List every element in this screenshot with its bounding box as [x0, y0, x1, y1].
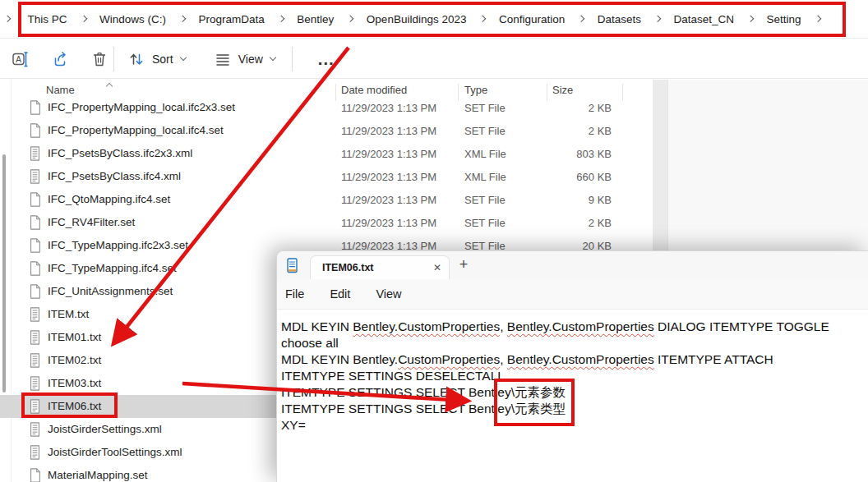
column-header-size[interactable]: Size: [552, 84, 573, 96]
file-name: MaterialMapping.set: [48, 469, 148, 481]
file-icon: [29, 399, 41, 414]
breadcrumb-item[interactable]: Dataset_CN: [666, 8, 743, 30]
rename-icon: A: [12, 50, 30, 68]
notepad-tab-bar: ITEM06.txt ✕ +: [277, 251, 868, 279]
file-icon: [29, 445, 41, 460]
notepad-menu-item[interactable]: View: [376, 287, 401, 301]
file-type: SET File: [464, 217, 506, 229]
notepad-text-line: MDL KEYIN Bentley.CustomProperties, Bent…: [281, 319, 861, 335]
breadcrumb-item[interactable]: ProgramData: [191, 8, 273, 30]
breadcrumb-items: This PC Windows (C:) ProgramData Bentley…: [20, 8, 826, 30]
file-name: ITEM01.txt: [48, 331, 101, 343]
file-name: IFC_PsetsByClass.ifc4.xml: [48, 170, 181, 182]
list-view-icon: [214, 50, 232, 68]
notepad-text-line: ITEMTYPE SETTINGS SELECT Bentley\元素参数: [281, 384, 861, 401]
file-size: 2 KB: [589, 217, 612, 229]
file-size: 9 KB: [589, 194, 612, 206]
file-date: 11/29/2023 1:13 PM: [341, 125, 436, 137]
column-header-date[interactable]: Date modified: [341, 84, 407, 96]
file-size: 660 KB: [576, 171, 612, 183]
file-icon: [29, 468, 41, 482]
file-name: IFC_PsetsByClass.ifc2x3.xml: [48, 147, 192, 159]
chevron-right-icon[interactable]: [814, 16, 820, 22]
notepad-menu-item[interactable]: Edit: [330, 287, 350, 301]
file-row[interactable]: IFC_QtoMapping.ifc4.set 11/29/2023 1:13 …: [0, 188, 653, 211]
file-row[interactable]: IFC_PropertyMapping_local.ifc4.set 11/29…: [0, 119, 653, 142]
file-icon: [29, 353, 41, 368]
share-button[interactable]: [51, 50, 69, 68]
column-header-name[interactable]: Name: [46, 84, 75, 96]
file-size: 2 KB: [589, 125, 612, 137]
file-type: SET File: [464, 194, 506, 206]
file-date: 11/29/2023 1:13 PM: [341, 148, 436, 160]
notepad-menu-item[interactable]: File: [285, 287, 304, 301]
file-icon: [29, 422, 41, 437]
breadcrumb-item[interactable]: OpenBuildings 2023: [358, 8, 475, 30]
file-name: ITEM03.txt: [48, 377, 101, 389]
file-name: IFC_PropertyMapping_local.ifc2x3.set: [48, 101, 235, 113]
breadcrumb-item[interactable]: Setting: [759, 8, 810, 30]
file-name: IFC_RV4Filter.set: [48, 216, 135, 228]
file-icon: [29, 238, 41, 253]
file-row[interactable]: IFC_PropertyMapping_local.ifc2x3.set 11/…: [0, 96, 653, 119]
file-size: 803 KB: [576, 148, 612, 160]
more-options-button[interactable]: …: [317, 55, 335, 63]
file-type: SET File: [464, 102, 506, 114]
file-icon: [29, 146, 41, 161]
chevron-right-icon[interactable]: [278, 16, 284, 22]
breadcrumb-item[interactable]: Configuration: [491, 8, 573, 30]
chevron-down-icon: [179, 53, 186, 60]
notepad-text-line: ITEMTYPE SETTINGS DESELECTALL: [281, 368, 861, 384]
file-name: IFC_QtoMapping.ifc4.set: [48, 193, 170, 205]
notepad-menu-bar: File Edit View: [277, 279, 868, 310]
file-icon: [29, 123, 41, 138]
breadcrumb: This PC Windows (C:) ProgramData Bentley…: [0, 0, 868, 39]
breadcrumb-item[interactable]: This PC: [20, 8, 76, 30]
chevron-right-icon[interactable]: [479, 16, 486, 22]
notepad-icon: [287, 258, 298, 273]
file-name: ITEM06.txt: [48, 400, 101, 412]
file-row[interactable]: IFC_RV4Filter.set 11/29/2023 1:13 PM SET…: [0, 211, 653, 234]
chevron-right-icon[interactable]: [578, 16, 584, 22]
sort-arrows-icon: [127, 50, 145, 68]
breadcrumb-item[interactable]: Windows (C:): [91, 8, 174, 30]
file-icon: [29, 100, 41, 115]
file-type: XML File: [464, 171, 506, 183]
notepad-text-line: MDL KEYIN Bentley.CustomProperties, Bent…: [281, 351, 861, 368]
chevron-right-icon[interactable]: [80, 16, 86, 22]
breadcrumb-item[interactable]: Bentley: [289, 8, 342, 30]
close-tab-icon[interactable]: ✕: [433, 262, 441, 273]
column-header-type[interactable]: Type: [464, 84, 487, 96]
rename-button[interactable]: A: [12, 50, 30, 68]
file-row[interactable]: IFC_PsetsByClass.ifc2x3.xml 11/29/2023 1…: [0, 142, 653, 165]
delete-button[interactable]: [90, 50, 108, 68]
breadcrumb-leading-chevron-icon[interactable]: [4, 16, 11, 22]
toolbar-divider: [292, 47, 293, 71]
chevron-right-icon[interactable]: [179, 16, 186, 22]
breadcrumb-item[interactable]: Datasets: [589, 8, 649, 30]
file-date: 11/29/2023 1:13 PM: [341, 194, 436, 206]
file-name: ITEM02.txt: [48, 354, 101, 366]
notepad-window: ITEM06.txt ✕ + File Edit View MDL KEYIN …: [276, 250, 868, 482]
file-icon: [29, 330, 41, 345]
sort-ascending-icon: [106, 83, 113, 90]
chevron-right-icon[interactable]: [654, 16, 661, 22]
file-type: XML File: [464, 148, 506, 160]
file-row[interactable]: IFC_PsetsByClass.ifc4.xml 11/29/2023 1:1…: [0, 165, 653, 188]
notepad-tab[interactable]: ITEM06.txt ✕: [310, 255, 450, 279]
view-label: View: [238, 53, 263, 66]
view-button[interactable]: View: [214, 50, 275, 68]
chevron-right-icon[interactable]: [347, 16, 353, 22]
chevron-right-icon[interactable]: [747, 16, 754, 22]
sort-label: Sort: [152, 53, 173, 66]
file-date: 11/29/2023 1:13 PM: [341, 171, 436, 183]
notepad-text-area[interactable]: MDL KEYIN Bentley.CustomProperties, Bent…: [277, 310, 868, 434]
new-tab-button[interactable]: +: [455, 256, 473, 273]
file-name: ITEM.txt: [48, 308, 89, 320]
sort-button[interactable]: Sort: [127, 50, 186, 68]
file-date: 11/29/2023 1:13 PM: [341, 217, 436, 229]
desktop-screen: This PC Windows (C:) ProgramData Bentley…: [0, 0, 868, 482]
svg-text:A: A: [16, 55, 21, 64]
notepad-text-line: XY=: [281, 417, 861, 434]
file-name: IFC_UnitAssignments.set: [48, 285, 173, 297]
